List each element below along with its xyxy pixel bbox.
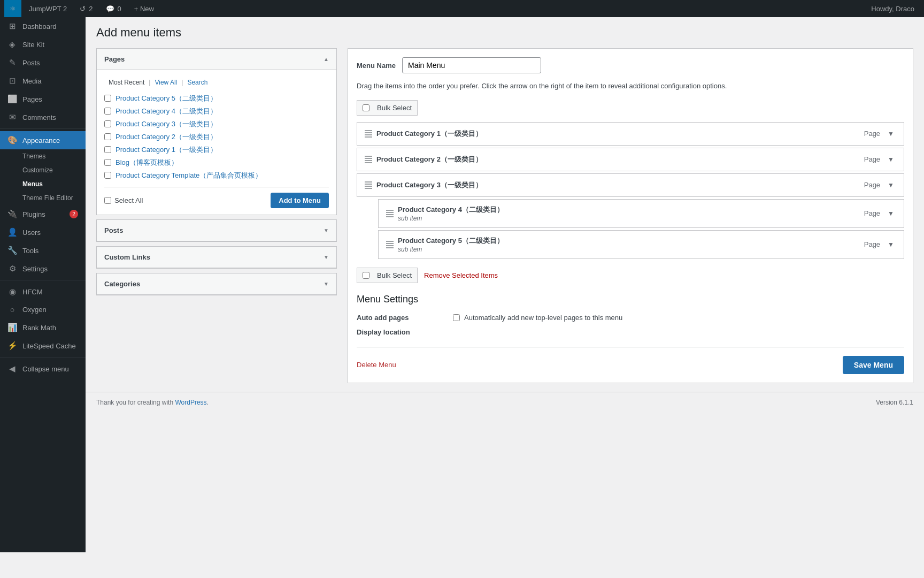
howdy-item[interactable]: Howdy, Draco: [866, 0, 920, 17]
howdy-text: Howdy, Draco: [871, 5, 914, 13]
sidebar-item-site-kit[interactable]: ◈ Site Kit: [0, 35, 86, 54]
checkbox-page-3[interactable]: [104, 120, 111, 127]
sidebar-submenu-customize[interactable]: Customize: [0, 163, 86, 177]
menu-item-title-1: Product Category 1（一级类目）: [376, 129, 864, 139]
add-to-menu-button[interactable]: Add to Menu: [271, 193, 329, 208]
menu-item-row-sub: Product Category 5（二级类目） sub item Page ▼: [378, 230, 904, 259]
revisions-item[interactable]: ↺ 2: [74, 0, 98, 17]
footer-wp-link[interactable]: WordPress: [175, 399, 206, 406]
page-label-blog[interactable]: Blog（博客页模板）: [116, 158, 178, 168]
drag-handle-4[interactable]: [386, 210, 394, 217]
menu-item-chevron-1[interactable]: ▼: [886, 128, 896, 140]
sidebar-label-tools: Tools: [22, 247, 38, 255]
delete-menu-link[interactable]: Delete Menu: [357, 361, 396, 369]
checkbox-page-5[interactable]: [104, 95, 111, 102]
remove-selected-link[interactable]: Remove Selected Items: [424, 271, 498, 279]
footer-thanks-text: Thank you for creating with: [96, 399, 173, 406]
sidebar-item-users[interactable]: 👤 Users: [0, 223, 86, 241]
select-all-check: Select All: [104, 196, 143, 204]
drag-handle-3[interactable]: [365, 181, 372, 189]
menu-item-header-1: Product Category 1（一级类目） Page ▼: [357, 123, 904, 145]
wp-icon: ⚛: [10, 5, 16, 13]
bulk-select-top-checkbox[interactable]: [363, 104, 369, 111]
bulk-select-bottom-checkbox[interactable]: [363, 272, 369, 279]
page-label-4[interactable]: Product Category 4（二级类目）: [116, 107, 217, 116]
page-label-template[interactable]: Product Category Template（产品集合页模板）: [116, 171, 262, 180]
sidebar-item-rank-math[interactable]: 📊 Rank Math: [0, 318, 86, 337]
auto-add-pages-checkbox[interactable]: [453, 314, 460, 321]
menu-name-input[interactable]: [402, 57, 541, 73]
collapse-menu-item[interactable]: ◀ Collapse menu: [0, 360, 86, 378]
site-name-item[interactable]: JumpWPT 2: [24, 0, 72, 17]
page-label-3[interactable]: Product Category 3（一级类目）: [116, 119, 217, 129]
wp-logo[interactable]: ⚛: [4, 0, 21, 17]
new-item[interactable]: + New: [129, 0, 159, 17]
sidebar-item-oxygen[interactable]: ○ Oxygen: [0, 301, 86, 318]
menu-item-header-4: Product Category 4（二级类目） sub item Page ▼: [379, 200, 904, 227]
custom-links-accordion-header[interactable]: Custom Links ▼: [97, 247, 336, 268]
save-menu-button[interactable]: Save Menu: [843, 356, 904, 374]
checkbox-page-template[interactable]: [104, 172, 111, 179]
select-all-checkbox[interactable]: [104, 197, 111, 204]
pages-accordion-header[interactable]: Pages ▲: [97, 49, 336, 70]
drag-handle-1[interactable]: [365, 130, 372, 138]
menu-item-chevron-2[interactable]: ▼: [886, 154, 896, 165]
display-location-row: Display location: [357, 328, 904, 336]
sidebar-item-pages[interactable]: ⬜ Pages: [0, 90, 86, 108]
comments-icon: ✉: [7, 112, 17, 122]
posts-accordion: Posts ▼: [96, 219, 337, 242]
page-label-1[interactable]: Product Category 1（一级类目）: [116, 145, 217, 155]
sidebar-submenu-theme-file-editor[interactable]: Theme File Editor: [0, 191, 86, 205]
drag-handle-2[interactable]: [365, 156, 372, 163]
menu-item-type-1: Page: [864, 130, 880, 138]
menu-item-chevron-5[interactable]: ▼: [886, 239, 896, 250]
menu-item-chevron-3[interactable]: ▼: [886, 179, 896, 191]
sidebar-item-hfcm[interactable]: ◉ HFCM: [0, 283, 86, 301]
menu-settings-section: Menu Settings Auto add pages Automatical…: [357, 294, 904, 336]
sidebar-label-posts: Posts: [22, 59, 40, 67]
sidebar-item-settings[interactable]: ⚙ Settings: [0, 260, 86, 278]
menu-instruction: Drag the items into the order you prefer…: [357, 81, 904, 92]
menu-item-header-2: Product Category 2（一级类目） Page ▼: [357, 148, 904, 171]
categories-chevron-icon: ▼: [324, 281, 329, 287]
sidebar-item-appearance[interactable]: 🎨 Appearance: [0, 131, 86, 149]
page-title: Add menu items: [96, 26, 913, 40]
menu-item-row: Product Category 1（一级类目） Page ▼: [357, 122, 904, 146]
checkbox-page-4[interactable]: [104, 108, 111, 115]
list-item: Product Category 2（一级类目）: [104, 132, 329, 142]
sidebar-sep-3: [0, 357, 86, 358]
bulk-select-bottom: Bulk Select: [357, 268, 418, 283]
tab-most-recent[interactable]: Most Recent: [104, 77, 149, 88]
tab-search[interactable]: Search: [183, 77, 212, 88]
sidebar-item-plugins[interactable]: 🔌 Plugins 2: [0, 205, 86, 223]
menu-item-chevron-4[interactable]: ▼: [886, 208, 896, 219]
sidebar-submenu-menus[interactable]: Menus: [0, 177, 86, 191]
checkbox-page-1[interactable]: [104, 146, 111, 153]
menu-item-type-4: Page: [864, 209, 880, 217]
dashboard-icon: ⊞: [7, 21, 17, 31]
sidebar-item-dashboard[interactable]: ⊞ Dashboard: [0, 17, 86, 35]
page-label-2[interactable]: Product Category 2（一级类目）: [116, 132, 217, 142]
site-name: JumpWPT 2: [29, 5, 67, 13]
right-panel: Menu Name Drag the items into the order …: [348, 48, 913, 383]
sidebar-label-settings: Settings: [22, 265, 48, 273]
bulk-select-bottom-row: Bulk Select Remove Selected Items: [357, 268, 904, 283]
drag-handle-5[interactable]: [386, 241, 394, 248]
rank-math-icon: 📊: [7, 323, 17, 332]
sidebar-submenu-themes[interactable]: Themes: [0, 149, 86, 163]
comments-item[interactable]: 💬 0: [101, 0, 127, 17]
posts-accordion-header[interactable]: Posts ▼: [97, 220, 336, 241]
tools-icon: 🔧: [7, 246, 17, 255]
sidebar-item-media[interactable]: ⊡ Media: [0, 72, 86, 90]
sidebar-item-posts[interactable]: ✎ Posts: [0, 54, 86, 72]
sidebar-label-dashboard: Dashboard: [22, 22, 57, 31]
sidebar-item-litespeed[interactable]: ⚡ LiteSpeed Cache: [0, 337, 86, 355]
sidebar-item-tools[interactable]: 🔧 Tools: [0, 241, 86, 260]
page-label-5[interactable]: Product Category 5（二级类目）: [116, 94, 217, 103]
tab-view-all[interactable]: View All: [150, 77, 181, 88]
checkbox-page-2[interactable]: [104, 133, 111, 140]
sidebar-item-comments[interactable]: ✉ Comments: [0, 108, 86, 126]
categories-accordion-header[interactable]: Categories ▼: [97, 273, 336, 295]
auto-add-pages-desc: Automatically add new top-level pages to…: [464, 314, 622, 322]
checkbox-page-blog[interactable]: [104, 159, 111, 166]
